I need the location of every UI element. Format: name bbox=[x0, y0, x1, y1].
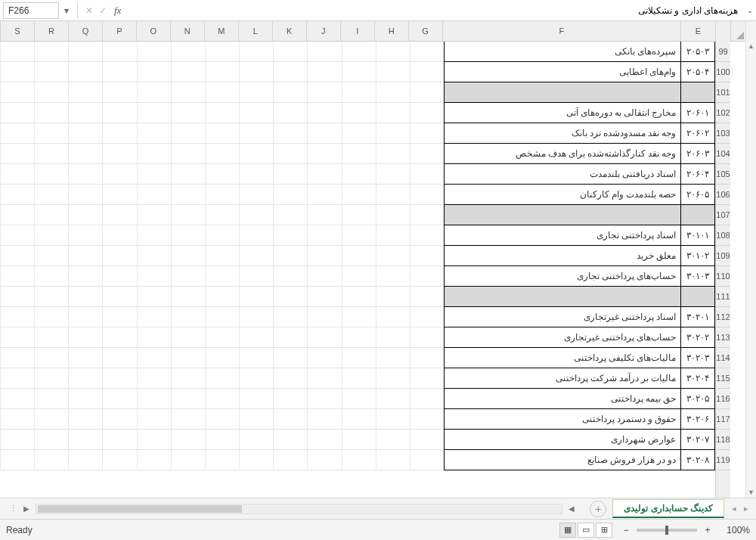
cell[interactable]: ۳۰۲۰۵ bbox=[680, 389, 715, 409]
cell[interactable]: حق بیمه پرداختنی bbox=[444, 389, 680, 409]
cell[interactable] bbox=[0, 327, 34, 348]
cell[interactable] bbox=[34, 164, 68, 185]
cell[interactable] bbox=[342, 409, 376, 430]
cell[interactable] bbox=[307, 144, 341, 164]
cell[interactable] bbox=[376, 389, 410, 409]
cell[interactable] bbox=[205, 327, 239, 348]
column-header-M[interactable]: M bbox=[204, 21, 238, 41]
cell[interactable] bbox=[102, 389, 136, 409]
cell[interactable] bbox=[68, 348, 102, 368]
row-header[interactable]: 102 bbox=[716, 103, 730, 123]
cell[interactable] bbox=[680, 205, 715, 225]
name-box[interactable]: F266 bbox=[3, 2, 59, 19]
cell[interactable] bbox=[68, 185, 102, 205]
cell[interactable] bbox=[34, 430, 68, 450]
cell[interactable] bbox=[205, 62, 239, 82]
cell[interactable] bbox=[102, 450, 136, 470]
cell[interactable] bbox=[444, 82, 680, 103]
cell[interactable] bbox=[273, 348, 307, 368]
tab-nav-last-icon[interactable]: ▸ bbox=[744, 504, 748, 514]
cell[interactable] bbox=[0, 103, 34, 123]
cell[interactable]: اسناد پرداختنی تجاری bbox=[444, 225, 680, 246]
cell[interactable] bbox=[171, 348, 205, 368]
row-header[interactable]: 119 bbox=[716, 450, 730, 470]
cell[interactable] bbox=[307, 450, 341, 470]
cell[interactable] bbox=[376, 430, 410, 450]
cell[interactable]: وام‌های اعطایی bbox=[444, 62, 680, 82]
cell[interactable] bbox=[273, 409, 307, 430]
cell[interactable] bbox=[307, 103, 341, 123]
cell[interactable] bbox=[273, 164, 307, 185]
cell[interactable] bbox=[273, 205, 307, 225]
cell[interactable] bbox=[34, 123, 68, 144]
cell[interactable] bbox=[68, 144, 102, 164]
cell[interactable]: ۲۰۵۰۳ bbox=[680, 42, 715, 62]
cell[interactable]: ۲۰۶۰۴ bbox=[680, 164, 715, 185]
cell[interactable]: ۳۰۱۰۲ bbox=[680, 246, 715, 266]
cell[interactable] bbox=[0, 144, 34, 164]
cell[interactable] bbox=[68, 327, 102, 348]
cell[interactable]: معلق خرید bbox=[444, 246, 680, 266]
cell[interactable] bbox=[0, 266, 34, 287]
cell[interactable] bbox=[307, 389, 341, 409]
cell[interactable]: ۲۰۶۰۲ bbox=[680, 123, 715, 144]
cell[interactable] bbox=[0, 164, 34, 185]
cell[interactable] bbox=[171, 389, 205, 409]
cell[interactable]: سپرده‌های بانکی bbox=[444, 42, 680, 62]
cell[interactable] bbox=[239, 82, 273, 103]
cell[interactable] bbox=[171, 103, 205, 123]
cell[interactable] bbox=[273, 389, 307, 409]
accept-icon[interactable]: ✓ bbox=[99, 5, 107, 16]
cell[interactable] bbox=[410, 450, 444, 470]
cell[interactable] bbox=[239, 348, 273, 368]
hscroll-thumb[interactable] bbox=[38, 505, 242, 513]
cell[interactable] bbox=[34, 205, 68, 225]
cell[interactable] bbox=[68, 430, 102, 450]
cell[interactable] bbox=[102, 307, 136, 327]
cell[interactable] bbox=[239, 266, 273, 287]
cell[interactable] bbox=[239, 409, 273, 430]
cell[interactable] bbox=[680, 82, 715, 103]
view-page-break-button[interactable]: ⊞ bbox=[596, 523, 612, 538]
cell[interactable] bbox=[205, 225, 239, 246]
cell[interactable] bbox=[307, 409, 341, 430]
column-header-J[interactable]: J bbox=[306, 21, 340, 41]
cell[interactable] bbox=[68, 307, 102, 327]
scroll-down-icon[interactable]: ▼ bbox=[746, 489, 756, 496]
cell[interactable] bbox=[0, 246, 34, 266]
cell[interactable]: مالیات‌های تکلیفی پرداختنی bbox=[444, 348, 680, 368]
cell[interactable] bbox=[342, 225, 376, 246]
cell[interactable] bbox=[239, 144, 273, 164]
cell[interactable] bbox=[273, 62, 307, 82]
cell[interactable] bbox=[137, 123, 171, 144]
cell[interactable] bbox=[239, 62, 273, 82]
cell[interactable] bbox=[205, 205, 239, 225]
column-header-Q[interactable]: Q bbox=[68, 21, 102, 41]
cell[interactable] bbox=[171, 205, 205, 225]
cell[interactable]: ۳۰۱۰۳ bbox=[680, 266, 715, 287]
cell[interactable] bbox=[376, 246, 410, 266]
cell[interactable] bbox=[205, 82, 239, 103]
horizontal-scrollbar[interactable]: ⋮ ▶ ◀ bbox=[0, 504, 584, 514]
cell[interactable]: مخارج انتقالی به دوره‌های آتی bbox=[444, 103, 680, 123]
formula-input[interactable] bbox=[125, 2, 744, 19]
cell[interactable] bbox=[68, 103, 102, 123]
cell[interactable] bbox=[137, 205, 171, 225]
cell[interactable] bbox=[342, 368, 376, 389]
row-header[interactable]: 103 bbox=[716, 123, 730, 144]
cell[interactable] bbox=[205, 287, 239, 307]
cell[interactable] bbox=[102, 205, 136, 225]
row-header[interactable]: 108 bbox=[716, 225, 730, 246]
cell[interactable] bbox=[205, 389, 239, 409]
cell[interactable] bbox=[307, 327, 341, 348]
cell[interactable] bbox=[273, 266, 307, 287]
cell[interactable] bbox=[171, 409, 205, 430]
cell[interactable] bbox=[307, 82, 341, 103]
cell[interactable] bbox=[307, 164, 341, 185]
cell[interactable] bbox=[34, 144, 68, 164]
cell[interactable] bbox=[0, 62, 34, 82]
row-header[interactable]: 99 bbox=[716, 42, 730, 62]
cell[interactable] bbox=[0, 368, 34, 389]
row-header[interactable]: 112 bbox=[716, 307, 730, 327]
cell[interactable]: اسناد دریافتنی بلندمدت bbox=[444, 164, 680, 185]
